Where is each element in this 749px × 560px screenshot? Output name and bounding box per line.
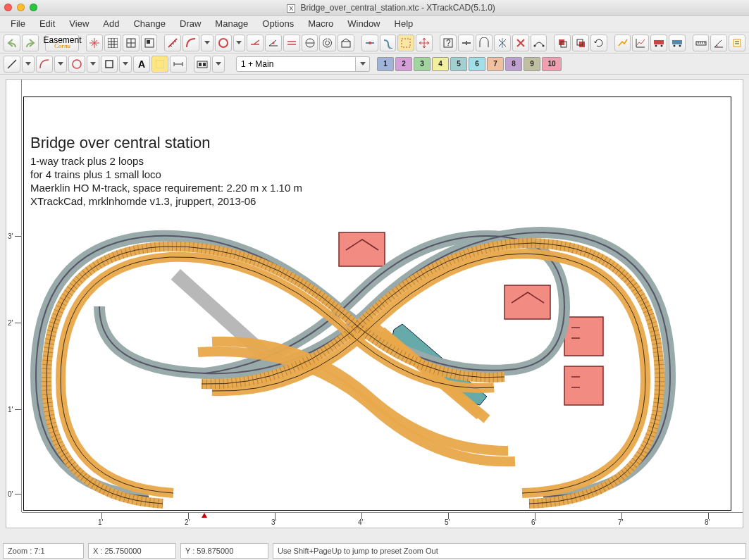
ruler-button[interactable] <box>693 35 710 51</box>
map-button[interactable] <box>141 35 158 51</box>
status-zoom: Zoom : 7:1 <box>3 543 84 559</box>
turntable-button[interactable] <box>302 35 318 51</box>
layer-dropdown[interactable] <box>356 56 370 72</box>
circle-dropdown[interactable] <box>233 35 246 51</box>
train-button[interactable] <box>669 35 686 51</box>
straight-track-button[interactable] <box>164 35 181 51</box>
line-button[interactable] <box>4 56 20 73</box>
turnout-button[interactable] <box>247 35 264 51</box>
chevron-down-icon <box>360 62 366 66</box>
layer-1-button[interactable]: 1 <box>377 57 394 71</box>
elevation-button[interactable] <box>614 35 631 51</box>
close-icon[interactable] <box>4 4 12 11</box>
menu-view[interactable]: View <box>63 16 95 31</box>
layer-5-button[interactable]: 5 <box>450 57 467 71</box>
shape-circle-dropdown[interactable] <box>87 56 99 73</box>
split-button[interactable] <box>458 35 475 51</box>
svg-rect-20 <box>672 40 682 44</box>
menu-help[interactable]: Help <box>388 16 420 31</box>
svg-rect-8 <box>402 39 410 47</box>
angle-button[interactable] <box>710 35 727 51</box>
easement-mode: Cornu <box>54 43 70 49</box>
shape-circle-button[interactable] <box>68 56 85 73</box>
join-button[interactable] <box>380 35 397 51</box>
dimension-button[interactable] <box>170 56 187 73</box>
shape-box-dropdown[interactable] <box>119 56 132 73</box>
svg-rect-27 <box>156 60 164 68</box>
grid-enable-button[interactable] <box>123 35 140 51</box>
curved-dropdown[interactable] <box>201 35 213 51</box>
text-button[interactable]: A <box>133 56 150 73</box>
layer-selector[interactable] <box>236 56 370 72</box>
svg-point-18 <box>655 44 657 46</box>
car-button[interactable] <box>650 35 667 51</box>
layer-10-button[interactable]: 10 <box>542 57 562 71</box>
profile-button[interactable] <box>632 35 649 51</box>
canvas-area[interactable]: 0' 1' 2' 3' 1' 2' 3' 4' 5' 6' 7' 8' Brid… <box>6 79 743 528</box>
shape-box-button[interactable] <box>101 56 118 73</box>
select-button[interactable] <box>397 35 414 51</box>
below-button[interactable] <box>572 35 589 51</box>
above-button[interactable] <box>554 35 571 51</box>
ruler-left: 0' 1' 2' 3' <box>6 80 22 512</box>
menu-window[interactable]: Window <box>341 16 386 31</box>
menu-file[interactable]: File <box>4 16 32 31</box>
line-dropdown[interactable] <box>22 56 35 73</box>
grid-show-button[interactable] <box>104 35 121 51</box>
status-y: Y : 59.875000 <box>180 543 268 559</box>
redo-button[interactable] <box>22 35 39 51</box>
helix-button[interactable] <box>319 35 336 51</box>
svg-point-25 <box>73 60 81 68</box>
hotbar-dropdown[interactable] <box>212 56 225 73</box>
move-button[interactable] <box>416 35 433 51</box>
describe-button[interactable]: ? <box>440 35 457 51</box>
curve-dropdown[interactable] <box>54 56 67 73</box>
menu-macro[interactable]: Macro <box>302 16 340 31</box>
menu-edit[interactable]: Edit <box>33 16 61 31</box>
menu-options[interactable]: Options <box>256 16 300 31</box>
snap-grid-button[interactable] <box>86 35 103 51</box>
text-icon: A <box>138 58 145 70</box>
ruler-tick: 0' <box>8 490 13 498</box>
parallel-button[interactable] <box>283 35 300 51</box>
rotate-button[interactable] <box>590 35 607 51</box>
chevron-down-icon <box>204 41 210 44</box>
ruler-tick: 1' <box>8 406 13 413</box>
layer-2-button[interactable]: 2 <box>395 57 412 71</box>
menu-draw[interactable]: Draw <box>173 16 207 31</box>
chevron-down-icon <box>123 62 128 66</box>
structure-button[interactable] <box>338 35 354 51</box>
svg-rect-26 <box>106 61 113 68</box>
layer-3-button[interactable]: 3 <box>414 57 431 71</box>
drawing-viewport[interactable]: Bridge over central station 1-way track … <box>22 95 743 512</box>
ruler-tick: 3' <box>8 232 13 240</box>
layer-6-button[interactable]: 6 <box>469 57 485 71</box>
tunnel-button[interactable] <box>476 35 493 51</box>
connect-button[interactable] <box>531 35 547 51</box>
maximize-icon[interactable] <box>30 4 37 11</box>
hotbar-button[interactable] <box>194 56 211 73</box>
layer-input[interactable] <box>236 56 356 72</box>
layer-8-button[interactable]: 8 <box>505 57 522 71</box>
delete-button[interactable] <box>512 35 529 51</box>
circle-track-button[interactable] <box>215 35 232 51</box>
note-draw-button[interactable] <box>151 56 168 73</box>
layer-9-button[interactable]: 9 <box>524 57 540 71</box>
flip-button[interactable] <box>494 35 511 51</box>
easement-button[interactable]: Easement Cornu <box>45 35 79 51</box>
layer-7-button[interactable]: 7 <box>487 57 504 71</box>
menu-add[interactable]: Add <box>97 16 125 31</box>
minimize-icon[interactable] <box>17 4 25 11</box>
undo-button[interactable] <box>4 35 20 51</box>
handlaid-button[interactable] <box>265 35 282 51</box>
layer-4-button[interactable]: 4 <box>432 57 449 71</box>
svg-rect-36 <box>564 317 603 356</box>
menu-manage[interactable]: Manage <box>209 16 254 31</box>
note-button[interactable] <box>729 35 745 51</box>
modify-button[interactable] <box>361 35 378 51</box>
chevron-down-icon <box>90 62 96 66</box>
svg-rect-15 <box>579 42 585 47</box>
curved-track-button[interactable] <box>182 35 199 51</box>
menu-change[interactable]: Change <box>127 16 172 31</box>
curve-button[interactable] <box>36 56 53 73</box>
